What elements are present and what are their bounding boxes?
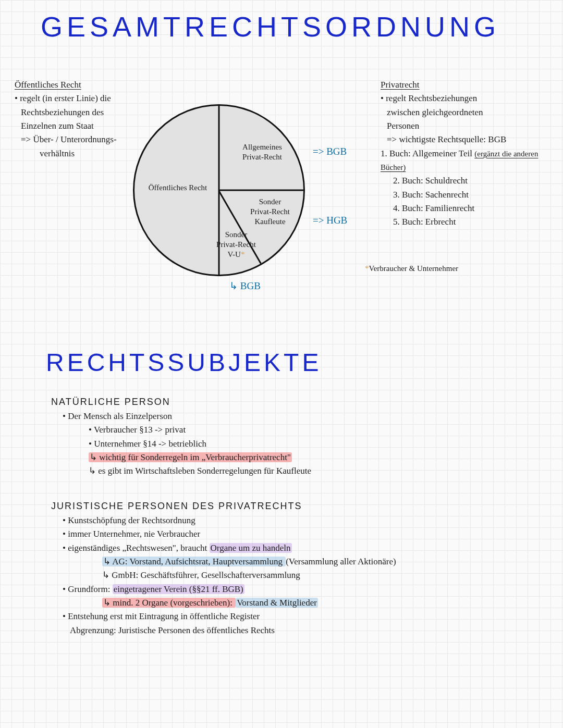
private-law-book: 1. Buch: Allgemeiner Teil (ergänzt die a… bbox=[381, 147, 558, 175]
private-law-book: 5. Buch: Erbrecht bbox=[381, 215, 558, 229]
text-line: • Der Mensch als Einzelperson bbox=[51, 410, 520, 423]
public-law-heading: Öffentliches Recht bbox=[15, 78, 145, 92]
public-law-line: Einzelnen zum Staat bbox=[15, 119, 145, 133]
text-line: • Kunstschöpfung der Rechtsordnung bbox=[51, 514, 552, 527]
section-title: RECHTSSUBJEKTE bbox=[46, 348, 322, 377]
private-law-block: Privatrecht • regelt Rechtsbeziehungen z… bbox=[381, 78, 558, 229]
text-line: ↳ AG: Vorstand, Aufsichtsrat, Hauptversa… bbox=[51, 555, 552, 569]
private-law-book: 3. Buch: Sachenrecht bbox=[381, 188, 558, 202]
natural-person-block: NATÜRLICHE PERSON • Der Mensch als Einze… bbox=[51, 395, 520, 478]
public-law-line: verhältnis bbox=[15, 147, 145, 161]
arrow-hgb: => HGB bbox=[313, 213, 347, 228]
pie-divider bbox=[218, 191, 264, 269]
pie-label-vu: SonderPrivat-Recht V-U* bbox=[207, 230, 265, 259]
private-law-book: 2. Buch: Schuldrecht bbox=[381, 174, 558, 188]
text-line: ↳ mind. 2 Organe (vorgeschrieben): Vorst… bbox=[51, 596, 552, 610]
private-law-line: zwischen gleichgeordneten bbox=[381, 106, 558, 119]
public-law-line: Rechtsbeziehungen des bbox=[15, 106, 145, 119]
text-line: ↳ GmbH: Geschäftsführer, Gesellschafterv… bbox=[51, 569, 552, 582]
text-line: • Entstehung erst mit Eintragung in öffe… bbox=[51, 610, 552, 623]
text-line: ↳ wichtig für Sonderregeln im „Verbrauch… bbox=[51, 451, 520, 464]
asterisk-icon: * bbox=[365, 264, 369, 273]
pie-circle: Öffentliches Recht AllgemeinesPrivat-Rec… bbox=[133, 104, 305, 276]
pie-divider bbox=[218, 106, 220, 190]
pie-label-kaufleute: SonderPrivat-RechtKaufleute bbox=[241, 197, 299, 226]
asterisk-icon: * bbox=[241, 250, 245, 258]
private-law-line: => wichtigste Rechtsquelle: BGB bbox=[381, 133, 558, 146]
pie-divider bbox=[219, 190, 303, 191]
text-line: • eigenständiges „Rechtswesen", braucht … bbox=[51, 541, 552, 555]
text-line: Abgrenzung: Juristische Personen des öff… bbox=[51, 624, 552, 637]
text-line: • Verbraucher §13 -> privat bbox=[51, 423, 520, 437]
page-title: GESAMTRECHTSORDNUNG bbox=[41, 10, 500, 43]
public-law-line: • regelt (in erster Linie) die bbox=[15, 92, 145, 105]
public-law-line: => Über- / Unterordnungs- bbox=[15, 133, 145, 146]
pie-chart: Öffentliches Recht AllgemeinesPrivat-Rec… bbox=[133, 104, 305, 276]
private-law-line: • regelt Rechtsbeziehungen bbox=[381, 92, 558, 105]
private-law-book: 4. Buch: Familienrecht bbox=[381, 202, 558, 215]
private-law-heading: Privatrecht bbox=[381, 78, 558, 92]
text-line: • immer Unternehmer, nie Verbraucher bbox=[51, 527, 552, 541]
text-line: • Grundform: eingetragener Verein (§§21 … bbox=[51, 583, 552, 596]
pie-divider bbox=[218, 190, 220, 275]
pie-label-public: Öffentliches Recht bbox=[144, 183, 212, 193]
footnote-vu: *Verbraucher & Unternehmer bbox=[365, 263, 458, 275]
legal-person-heading: JURISTISCHE PERSONEN DES PRIVATRECHTS bbox=[51, 499, 552, 514]
public-law-block: Öffentliches Recht • regelt (in erster L… bbox=[15, 78, 145, 161]
private-law-line: Personen bbox=[381, 119, 558, 133]
natural-person-heading: NATÜRLICHE PERSON bbox=[51, 395, 520, 410]
legal-person-block: JURISTISCHE PERSONEN DES PRIVATRECHTS • … bbox=[51, 499, 552, 637]
text-line: ↳ es gibt im Wirtschaftsleben Sonderrege… bbox=[51, 464, 520, 478]
arrow-bgb2: ↳ BGB bbox=[229, 278, 261, 293]
pie-label-allg: AllgemeinesPrivat-Recht bbox=[231, 142, 293, 162]
arrow-bgb: => BGB bbox=[313, 144, 347, 159]
text-line: • Unternehmer §14 -> betrieblich bbox=[51, 437, 520, 451]
